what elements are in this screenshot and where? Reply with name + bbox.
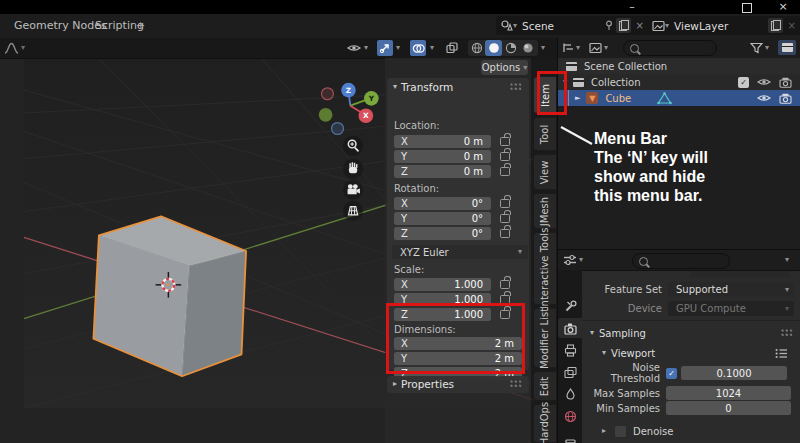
editor-divider-horizontal[interactable] [558, 249, 800, 250]
shading-rendered-button[interactable] [519, 40, 536, 56]
device-dropdown[interactable]: GPU Compute ▾ [668, 301, 794, 316]
denoise-panel-header[interactable]: ▸ Denoise [602, 424, 788, 438]
chevron-down-icon[interactable]: ▾ [21, 44, 25, 52]
panel-grip-icon[interactable] [510, 83, 523, 91]
camera-view-button[interactable] [343, 180, 363, 200]
window-minimize-button[interactable]: – [622, 0, 642, 14]
lock-icon[interactable] [500, 229, 510, 238]
outliner-row-cube[interactable]: ► ▼ Cube [558, 90, 800, 106]
chevron-down-icon[interactable]: ▾ [541, 44, 545, 52]
tab-interactive-tools[interactable]: Interactive Tools [533, 232, 556, 305]
gizmo-neg-x-ball[interactable] [322, 88, 334, 100]
falloff-curve-icon[interactable] [4, 42, 19, 54]
window-close-button[interactable]: × [773, 0, 793, 14]
presets-list-icon[interactable] [775, 348, 788, 359]
tab-modifier-list[interactable]: Modifier List [533, 308, 556, 368]
new-collection-button[interactable] [778, 40, 796, 55]
editor-type-icon[interactable] [563, 254, 577, 266]
unlink-scene-icon[interactable]: × [633, 20, 647, 31]
tool-properties-tab[interactable] [558, 296, 582, 316]
rotation-x-field[interactable]: X0° [394, 197, 491, 210]
scene-selector[interactable]: ▾ Scene × [496, 16, 651, 35]
viewport-subpanel-header[interactable]: ▾ Viewport [602, 346, 788, 360]
rotation-y-field[interactable]: Y0° [394, 212, 491, 225]
lock-icon[interactable] [500, 199, 510, 208]
shading-material-button[interactable] [502, 40, 519, 56]
disable-render-camera-icon[interactable] [779, 77, 792, 88]
chevron-down-icon[interactable]: ▾ [579, 256, 583, 264]
max-samples-field[interactable]: 1024 [666, 386, 791, 400]
chevron-down-icon[interactable]: ▾ [765, 44, 769, 52]
view-layer-properties-tab[interactable] [558, 362, 582, 382]
object-properties-tab[interactable] [558, 434, 582, 443]
output-properties-tab[interactable] [558, 340, 582, 360]
location-z-field[interactable]: Z0 m [394, 165, 491, 178]
panel-grip-icon[interactable] [781, 329, 794, 337]
gizmos-toggle[interactable] [377, 40, 393, 56]
tab-jmesh[interactable]: JMesh [533, 193, 556, 229]
shading-wireframe-button[interactable] [468, 40, 485, 56]
hide-eye-icon[interactable] [757, 93, 771, 103]
gizmo-neg-z-ball[interactable] [332, 123, 344, 135]
expand-icon[interactable]: ► [575, 94, 580, 102]
feature-set-dropdown[interactable]: Supported ▾ [668, 282, 794, 297]
pin-icon[interactable] [604, 20, 614, 31]
perspective-grid-button[interactable] [343, 201, 363, 221]
workspace-tab-geometry-nodes[interactable]: Geometry Nodes [14, 14, 107, 38]
panel-grip-icon[interactable] [510, 380, 523, 388]
filter-id-type-icon[interactable] [589, 42, 602, 54]
lock-icon[interactable] [500, 152, 510, 161]
lock-icon[interactable] [500, 214, 510, 223]
filter-funnel-icon[interactable] [750, 42, 763, 54]
hide-eye-icon[interactable] [757, 77, 771, 87]
add-workspace-button[interactable]: + [136, 14, 145, 38]
sampling-panel-header[interactable]: ▾ Sampling [590, 326, 794, 340]
disable-render-camera-icon[interactable] [779, 93, 792, 104]
view-layer-selector[interactable]: ▾ ViewLayer × [648, 16, 800, 35]
rotation-z-field[interactable]: Z0° [394, 227, 491, 240]
properties-search-input[interactable] [632, 253, 730, 269]
min-samples-field[interactable]: 0 [666, 401, 791, 415]
location-x-field[interactable]: X0 m [394, 135, 491, 148]
xray-toggle[interactable] [444, 40, 460, 56]
lock-icon[interactable] [500, 167, 510, 176]
tab-hardops[interactable]: HardOps [533, 404, 556, 443]
lock-icon[interactable] [500, 137, 510, 146]
new-view-layer-button[interactable] [768, 18, 783, 33]
chevron-down-icon[interactable]: ▾ [396, 44, 400, 52]
zoom-button[interactable] [343, 136, 363, 156]
outliner-search-input[interactable] [623, 40, 717, 56]
pan-hand-button[interactable] [343, 159, 363, 179]
gizmo-neg-y-ball[interactable] [319, 108, 333, 122]
denoise-checkbox[interactable] [614, 425, 627, 438]
chevron-down-icon[interactable]: ▾ [785, 256, 789, 264]
noise-threshold-checkbox[interactable]: ✓ [666, 368, 677, 379]
rotation-mode-dropdown[interactable]: XYZ Euler ▾ [392, 245, 528, 259]
world-properties-tab[interactable] [558, 406, 582, 426]
new-scene-button[interactable] [616, 18, 631, 33]
remove-view-layer-icon[interactable]: × [785, 20, 799, 31]
outliner-row-collection[interactable]: ▾ Collection ✓ [558, 74, 800, 90]
outliner-row-scene-collection[interactable]: Scene Collection [558, 58, 800, 74]
chevron-down-icon[interactable]: ▾ [576, 44, 580, 52]
chevron-down-icon[interactable]: ▾ [430, 44, 434, 52]
shading-solid-button[interactable] [485, 40, 502, 56]
render-properties-tab[interactable] [558, 318, 582, 338]
visibility-toggle[interactable] [346, 40, 362, 56]
scale-x-field[interactable]: X1.000 [394, 278, 491, 291]
tab-view[interactable]: View [533, 154, 556, 190]
tab-edit[interactable]: Edit [533, 371, 556, 401]
display-mode-icon[interactable] [562, 42, 575, 54]
lock-icon[interactable] [500, 280, 510, 289]
chevron-down-icon[interactable]: ▾ [604, 44, 608, 52]
properties-collapsed-panel[interactable]: ▸ Properties [387, 376, 529, 393]
overlays-toggle[interactable] [410, 40, 426, 56]
scene-properties-tab[interactable] [558, 384, 582, 404]
tab-tool[interactable]: Tool [533, 117, 556, 151]
location-y-field[interactable]: Y0 m [394, 150, 491, 163]
options-button[interactable]: Options ▾ [481, 60, 528, 75]
chevron-down-icon[interactable]: ▾ [364, 44, 368, 52]
transform-panel-header[interactable]: ▾ Transform [387, 78, 529, 96]
collection-exclude-checkbox[interactable]: ✓ [738, 77, 749, 88]
noise-threshold-field[interactable]: 0.1000 [681, 366, 787, 380]
